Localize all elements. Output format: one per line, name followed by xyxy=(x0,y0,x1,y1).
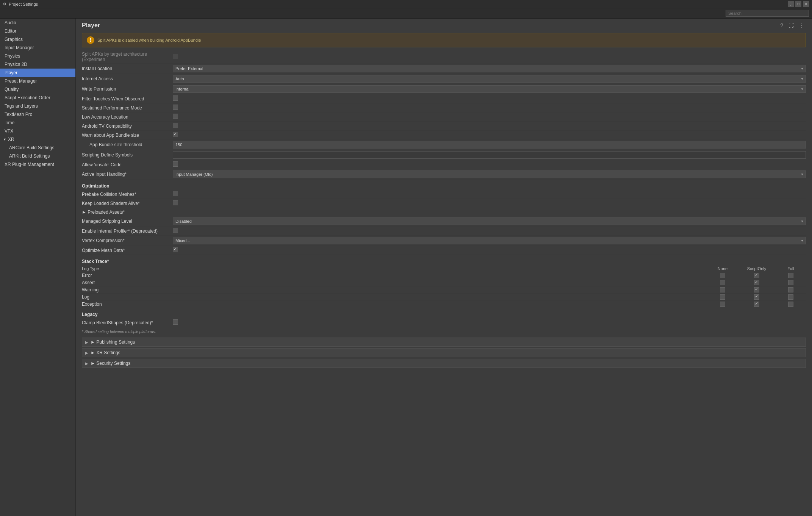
preloaded-assets-label[interactable]: ► Preloaded Assets* xyxy=(82,210,173,215)
st-assert-none-checkbox[interactable] xyxy=(720,280,725,285)
security-settings-header[interactable]: ▶ ► Security Settings xyxy=(82,359,806,367)
st-exception-scriptonly-checkbox[interactable] xyxy=(754,302,759,307)
internal-profiler-checkbox[interactable] xyxy=(173,228,178,233)
scripting-define-input[interactable] xyxy=(173,151,806,159)
sidebar-category-xr[interactable]: ▼ XR xyxy=(0,135,75,144)
col-full: Full xyxy=(776,266,806,271)
sidebar-item-arcore[interactable]: ARCore Build Settings xyxy=(0,144,75,152)
sidebar-item-script-execution-order[interactable]: Script Execution Order xyxy=(0,94,75,102)
more-options-button[interactable]: ⋮ xyxy=(788,1,794,7)
low-accuracy-checkbox[interactable] xyxy=(173,114,178,119)
security-arrow-icon: ▶ xyxy=(85,361,88,366)
security-settings-label: ► Security Settings xyxy=(91,361,130,366)
sidebar-item-graphics[interactable]: Graphics xyxy=(0,35,75,44)
st-warning-none-checkbox[interactable] xyxy=(720,287,725,292)
col-log-type: Log Type xyxy=(82,266,707,271)
scripting-define-label: Scripting Define Symbols xyxy=(82,152,173,158)
active-input-label: Active Input Handling* xyxy=(82,172,173,177)
optimize-mesh-label: Optimize Mesh Data* xyxy=(82,248,173,253)
st-error-scriptonly-checkbox[interactable] xyxy=(754,273,759,278)
xr-collapse-icon: ▼ xyxy=(3,138,6,141)
vertex-compression-control: Mixed... None Everything xyxy=(173,237,806,244)
sidebar-item-quality[interactable]: Quality xyxy=(0,85,75,94)
active-input-dropdown[interactable]: Input Manager (Old) Input System Package… xyxy=(173,170,806,178)
internet-access-dropdown[interactable]: Auto Require xyxy=(173,75,806,83)
clamp-blendshapes-checkbox[interactable] xyxy=(173,319,178,325)
sidebar-item-time[interactable]: Time xyxy=(0,119,75,127)
st-exception-full-checkbox[interactable] xyxy=(788,302,793,307)
st-log-full-checkbox[interactable] xyxy=(788,294,793,300)
write-permission-label: Write Permission xyxy=(82,86,173,92)
split-apks-row: Split APKs by target architecture (Exper… xyxy=(82,50,806,64)
st-assert-label: Assert xyxy=(82,280,707,285)
prebake-collision-checkbox[interactable] xyxy=(173,191,178,196)
expand-button[interactable]: ⛶ xyxy=(787,22,795,29)
content-area: Player ? ⛶ ⋮ ! Split APKs is disabled wh… xyxy=(76,19,812,516)
close-button[interactable]: ✕ xyxy=(803,1,809,7)
internal-profiler-control xyxy=(173,228,806,234)
android-tv-checkbox[interactable] xyxy=(173,123,178,128)
install-location-dropdown[interactable]: Prefer External Force Internal Auto xyxy=(173,65,806,72)
st-exception-none-checkbox[interactable] xyxy=(720,302,725,307)
col-script-only: ScriptOnly xyxy=(738,266,776,271)
sidebar-item-player[interactable]: Player xyxy=(0,69,75,77)
stack-trace-table: Log Type None ScriptOnly Full Error xyxy=(82,265,806,308)
sidebar-item-input-manager[interactable]: Input Manager xyxy=(0,44,75,52)
app-bundle-threshold-input[interactable] xyxy=(173,141,806,149)
st-log-none-checkbox[interactable] xyxy=(720,294,725,300)
stack-trace-row-warning: Warning xyxy=(82,286,806,294)
st-warning-scriptonly-checkbox[interactable] xyxy=(754,287,759,292)
sidebar-item-editor[interactable]: Editor xyxy=(0,27,75,35)
st-warning-full-checkbox[interactable] xyxy=(788,287,793,292)
maximize-button[interactable]: □ xyxy=(795,1,801,7)
st-log-none xyxy=(707,294,738,300)
publishing-settings-label: ► Publishing Settings xyxy=(91,339,135,345)
warn-app-bundle-checkbox[interactable] xyxy=(173,132,178,137)
sidebar-item-textmesh-pro[interactable]: TextMesh Pro xyxy=(0,110,75,119)
st-warning-full xyxy=(776,287,806,292)
filter-touches-checkbox[interactable] xyxy=(173,95,178,101)
st-assert-scriptonly-checkbox[interactable] xyxy=(754,280,759,285)
xr-settings-header[interactable]: ▶ ► XR Settings xyxy=(82,349,806,357)
sidebar-item-vfx[interactable]: VFX xyxy=(0,127,75,135)
keep-shaders-row: Keep Loaded Shaders Alive* xyxy=(82,199,806,208)
st-warning-label: Warning xyxy=(82,287,707,292)
scripting-define-control xyxy=(173,151,806,159)
managed-stripping-label: Managed Stripping Level xyxy=(82,219,173,224)
st-exception-script-only xyxy=(738,302,776,307)
warning-text: Split APKs is disabled when building And… xyxy=(97,38,201,42)
optimize-mesh-control xyxy=(173,247,806,253)
keep-shaders-checkbox[interactable] xyxy=(173,200,178,205)
st-warning-none xyxy=(707,287,738,292)
sidebar-item-preset-manager[interactable]: Preset Manager xyxy=(0,77,75,85)
st-error-none-checkbox[interactable] xyxy=(720,273,725,278)
sustained-performance-checkbox[interactable] xyxy=(173,105,178,110)
write-permission-dropdown[interactable]: Internal External (SDCard) xyxy=(173,85,806,93)
st-log-scriptonly-checkbox[interactable] xyxy=(754,294,759,300)
publishing-settings-header[interactable]: ▶ ► Publishing Settings xyxy=(82,338,806,346)
help-button[interactable]: ? xyxy=(779,22,785,29)
sidebar-item-physics2d[interactable]: Physics 2D xyxy=(0,60,75,69)
title-bar: ⚙ Project Settings ⋮ □ ✕ xyxy=(0,0,812,8)
sidebar-item-audio[interactable]: Audio xyxy=(0,19,75,27)
sidebar-item-physics[interactable]: Physics xyxy=(0,52,75,60)
managed-stripping-dropdown[interactable]: Disabled Low Medium High xyxy=(173,217,806,225)
page-title-row: Player ? ⛶ ⋮ xyxy=(82,22,806,29)
sidebar-item-xr-label: XR xyxy=(8,137,14,142)
page-title-actions: ? ⛶ ⋮ xyxy=(779,22,806,29)
vertex-compression-dropdown[interactable]: Mixed... None Everything xyxy=(173,237,806,244)
more-button[interactable]: ⋮ xyxy=(798,22,806,29)
sidebar-item-xr-plugin-management[interactable]: XR Plug-in Management xyxy=(0,160,75,169)
low-accuracy-row: Low Accuracy Location xyxy=(82,113,806,122)
search-input[interactable] xyxy=(726,10,809,17)
internal-profiler-label: Enable Internal Profiler* (Deprecated) xyxy=(82,228,173,234)
st-assert-full-checkbox[interactable] xyxy=(788,280,793,285)
sidebar-item-arkit[interactable]: ARKit Build Settings xyxy=(0,152,75,160)
sidebar-item-tags-and-layers[interactable]: Tags and Layers xyxy=(0,102,75,110)
scripting-define-row: Scripting Define Symbols xyxy=(82,150,806,160)
st-error-full-checkbox[interactable] xyxy=(788,273,793,278)
optimize-mesh-checkbox[interactable] xyxy=(173,247,178,252)
allow-unsafe-checkbox[interactable] xyxy=(173,161,178,167)
split-apks-checkbox[interactable] xyxy=(173,54,178,59)
st-exception-none xyxy=(707,302,738,307)
